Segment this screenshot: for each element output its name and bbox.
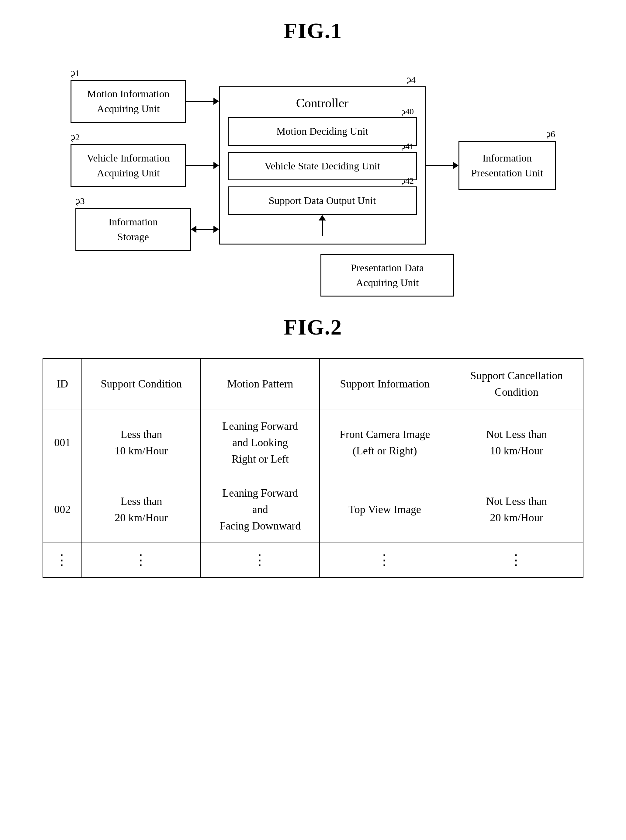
fig1-diagram-area: ς1 Motion InformationAcquiring Unit ς2 V… bbox=[24, 62, 602, 296]
dots-support-condition: ⋮ bbox=[82, 543, 201, 578]
col-support-condition-header: Support Condition bbox=[82, 359, 201, 409]
row-002-cancellation: Not Less than20 km/Hour bbox=[450, 476, 583, 543]
col-id-header: ID bbox=[43, 359, 82, 409]
motion-deciding-inner-wrapper: ς40 Motion Deciding Unit bbox=[228, 117, 417, 146]
motion-info-ref: ς1 bbox=[71, 67, 80, 78]
row-002-motion-pattern: Leaning ForwardandFacing Downward bbox=[201, 476, 319, 543]
up-arrow-from-presentation bbox=[228, 215, 417, 236]
info-storage-wrapper: ς3 InformationStorage bbox=[75, 208, 219, 251]
dots-id: ⋮ bbox=[43, 543, 82, 578]
row-002-support-info: Top View Image bbox=[319, 476, 450, 543]
table-row: 001 Less than10 km/Hour Leaning Forwarda… bbox=[43, 409, 583, 476]
dots-support-info: ⋮ bbox=[319, 543, 450, 578]
vehicle-state-inner-wrapper: ς41 Vehicle State Deciding Unit bbox=[228, 152, 417, 180]
arrow-controller-to-presentation bbox=[426, 162, 459, 169]
row-001-id: 001 bbox=[43, 409, 82, 476]
info-presentation-wrapper: ς6 InformationPresentation Unit bbox=[459, 141, 556, 190]
fig1-title: FIG.1 bbox=[24, 18, 602, 44]
controller-ref: ς4 bbox=[407, 73, 416, 85]
table-row: 002 Less than20 km/Hour Leaning Forwarda… bbox=[43, 476, 583, 543]
fig2-table: ID Support Condition Motion Pattern Supp… bbox=[42, 358, 584, 578]
col-support-info-header: Support Information bbox=[319, 359, 450, 409]
vehicle-info-ref: ς2 bbox=[71, 131, 80, 142]
table-row-dots: ⋮ ⋮ ⋮ ⋮ ⋮ bbox=[43, 543, 583, 578]
vehicle-state-box: Vehicle State Deciding Unit bbox=[228, 152, 417, 180]
arrow-storage-to-controller bbox=[191, 226, 219, 233]
arrow-motion-to-controller bbox=[186, 98, 219, 105]
table-header-row: ID Support Condition Motion Pattern Supp… bbox=[43, 359, 583, 409]
row-001-support-condition: Less than10 km/Hour bbox=[82, 409, 201, 476]
fig2-table-wrapper: ID Support Condition Motion Pattern Supp… bbox=[24, 358, 602, 578]
fig2-title: FIG.2 bbox=[24, 315, 602, 340]
row-002-id: 002 bbox=[43, 476, 82, 543]
motion-info-unit-wrapper: ς1 Motion InformationAcquiring Unit bbox=[70, 80, 219, 123]
info-presentation-ref: ς6 bbox=[547, 128, 555, 139]
info-storage-box: InformationStorage bbox=[75, 208, 191, 251]
presentation-data-box: Presentation DataAcquiring Unit bbox=[321, 254, 454, 297]
controller-outer-box: ς4 Controller ς40 Motion Deciding Unit ς… bbox=[219, 86, 426, 244]
presentation-data-wrapper: ς5 Presentation DataAcquiring Unit bbox=[284, 251, 491, 297]
row-001-support-info: Front Camera Image(Left or Right) bbox=[319, 409, 450, 476]
info-storage-ref: ς3 bbox=[76, 194, 85, 206]
info-presentation-box: InformationPresentation Unit bbox=[459, 141, 556, 190]
motion-deciding-ref: ς40 bbox=[402, 106, 414, 116]
dots-motion-pattern: ⋮ bbox=[201, 543, 319, 578]
support-data-inner-wrapper: ς42 Support Data Output Unit bbox=[228, 186, 417, 215]
col-cancellation-header: Support CancellationCondition bbox=[450, 359, 583, 409]
col-motion-pattern-header: Motion Pattern bbox=[201, 359, 319, 409]
support-data-box: Support Data Output Unit bbox=[228, 186, 417, 215]
vehicle-info-box: Vehicle InformationAcquiring Unit bbox=[70, 144, 186, 187]
vehicle-info-unit-wrapper: ς2 Vehicle InformationAcquiring Unit bbox=[70, 144, 219, 187]
row-001-motion-pattern: Leaning Forwardand LookingRight or Left bbox=[201, 409, 319, 476]
row-002-support-condition: Less than20 km/Hour bbox=[82, 476, 201, 543]
arrow-vehicle-to-controller bbox=[186, 162, 219, 169]
motion-info-box: Motion InformationAcquiring Unit bbox=[70, 80, 186, 123]
support-data-ref: ς42 bbox=[402, 176, 414, 186]
motion-deciding-box: Motion Deciding Unit bbox=[228, 117, 417, 146]
dots-cancellation: ⋮ bbox=[450, 543, 583, 578]
row-001-cancellation: Not Less than10 km/Hour bbox=[450, 409, 583, 476]
fig2-section: FIG.2 ID Support Condition Motion Patter… bbox=[24, 315, 602, 578]
controller-label: Controller bbox=[228, 96, 417, 110]
vehicle-state-ref: ς41 bbox=[402, 141, 414, 151]
